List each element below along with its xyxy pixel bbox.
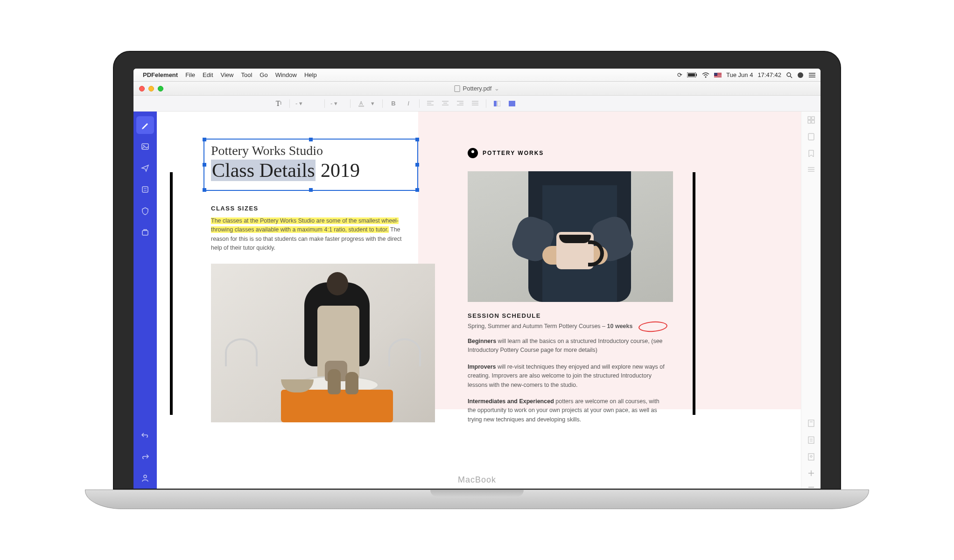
macos-menubar: PDFelement File Edit View Tool Go Window… [133,69,821,82]
brand-logo: POTTERY WORKS [468,148,544,158]
document-icon [455,85,460,92]
menu-window[interactable]: Window [275,71,297,78]
status-wifi-icon[interactable] [702,72,709,78]
status-battery-icon[interactable] [687,72,697,77]
status-control-center-icon[interactable] [808,72,816,78]
svg-rect-34 [808,117,811,119]
svg-rect-1 [688,73,695,77]
session-schedule-section: SESSION SCHEDULE Spring, Summer and Autu… [468,312,668,424]
svg-rect-29 [142,187,148,192]
edit-tool-icon[interactable] [136,116,154,134]
font-color-button[interactable]: A [356,98,366,109]
window-fullscreen-button[interactable] [158,86,163,91]
page-panel-icon[interactable] [808,133,814,140]
bookmark-panel-icon[interactable] [808,150,814,157]
menu-file[interactable]: File [185,71,195,78]
brand-logo-text: POTTERY WORKS [483,150,544,156]
menu-help[interactable]: Help [304,71,317,78]
class-sizes-body: The classes at the Pottery Works Studio … [211,217,407,253]
left-tool-rail [133,112,157,489]
svg-text:A: A [359,100,363,106]
account-icon[interactable] [136,469,154,487]
format-toolbar: TI -▾ -▾ A ▾ B I [133,96,821,112]
resize-handle[interactable] [309,138,313,141]
menu-edit[interactable]: Edit [203,71,213,78]
font-size-dropdown[interactable]: -▾ [330,100,344,107]
convert-tool-icon[interactable] [136,224,154,241]
resize-handle[interactable] [415,188,419,192]
menu-tool[interactable]: Tool [241,71,252,78]
form-tool-icon[interactable] [136,181,154,198]
bold-button[interactable]: B [388,98,399,109]
font-color-dropdown[interactable]: ▾ [371,100,377,107]
document-canvas[interactable]: Pottery Works Studio Class Details 2019 … [157,112,801,489]
status-input-flag[interactable] [714,73,722,77]
class-sizes-section: CLASS SIZES The classes at the Pottery W… [211,205,407,253]
svg-rect-26 [509,101,515,106]
window-minimize-button[interactable] [148,86,154,91]
document-dropdown-icon[interactable]: ⌄ [494,85,499,92]
status-siri-icon[interactable] [797,72,804,78]
text-tool-icon[interactable]: TI [274,98,284,109]
resize-handle[interactable] [203,138,206,141]
crop-mark-left [170,172,173,415]
svg-point-48 [810,455,812,457]
layout-mode1-button[interactable] [492,98,502,109]
text-selection-box[interactable] [203,139,418,191]
resize-handle[interactable] [415,138,419,141]
add-panel-icon[interactable] [808,470,814,476]
document-title: Pottery.pdf [463,85,492,92]
resize-handle[interactable] [203,188,206,192]
status-sync-icon[interactable]: ⟳ [677,71,682,78]
window-close-button[interactable] [139,86,145,91]
resize-handle[interactable] [309,188,313,192]
class-sizes-heading: CLASS SIZES [211,205,407,212]
align-left-button[interactable] [425,98,435,109]
app-name[interactable]: PDFelement [143,71,178,78]
thumbnails-panel-icon[interactable] [807,116,815,124]
schedule-intermediates: Intermediates and Experienced potters ar… [468,397,668,424]
italic-button[interactable]: I [403,98,414,109]
svg-rect-36 [808,120,811,123]
svg-rect-2 [696,74,697,76]
annotation-panel-icon[interactable] [808,420,814,427]
align-center-button[interactable] [440,98,450,109]
window-titlebar: Pottery.pdf ⌄ [133,82,821,96]
svg-point-4 [787,73,791,77]
send-tool-icon[interactable] [136,159,154,177]
right-panel-rail [801,112,821,489]
align-justify-button[interactable] [470,98,480,109]
svg-rect-44 [808,437,814,443]
svg-point-6 [798,72,803,78]
pottery-wheel-photo [211,264,435,422]
svg-rect-25 [498,101,500,106]
menu-go[interactable]: Go [260,71,267,78]
svg-rect-42 [808,420,814,427]
layout-mode2-button[interactable] [507,98,517,109]
svg-rect-32 [142,231,148,235]
status-time[interactable]: 17:47:42 [758,71,781,78]
align-right-button[interactable] [455,98,465,109]
font-family-dropdown[interactable]: -▾ [295,100,319,107]
resize-handle[interactable] [415,163,419,167]
resize-handle[interactable] [203,163,206,167]
outline-panel-icon[interactable] [807,167,815,172]
schedule-heading: SESSION SCHEDULE [468,312,668,319]
laptop-brand-label: MacBook [458,475,496,485]
redo-icon[interactable] [136,448,154,465]
schedule-improvers: Improvers will re-visit techniques they … [468,363,668,390]
menu-view[interactable]: View [221,71,234,78]
status-date[interactable]: Tue Jun 4 [726,71,753,78]
protect-tool-icon[interactable] [136,202,154,220]
collapse-panel-icon[interactable] [808,486,814,489]
image-tool-icon[interactable] [136,138,154,155]
schedule-term-line: Spring, Summer and Autumn Term Pottery C… [468,323,668,329]
status-spotlight-icon[interactable] [786,72,793,78]
svg-rect-35 [812,117,814,119]
attachment-panel-icon[interactable] [808,436,814,444]
undo-icon[interactable] [136,426,154,444]
brand-logo-icon [468,148,478,158]
search-panel-icon[interactable] [808,453,814,461]
crop-mark-right [693,172,695,415]
svg-line-5 [790,76,792,78]
